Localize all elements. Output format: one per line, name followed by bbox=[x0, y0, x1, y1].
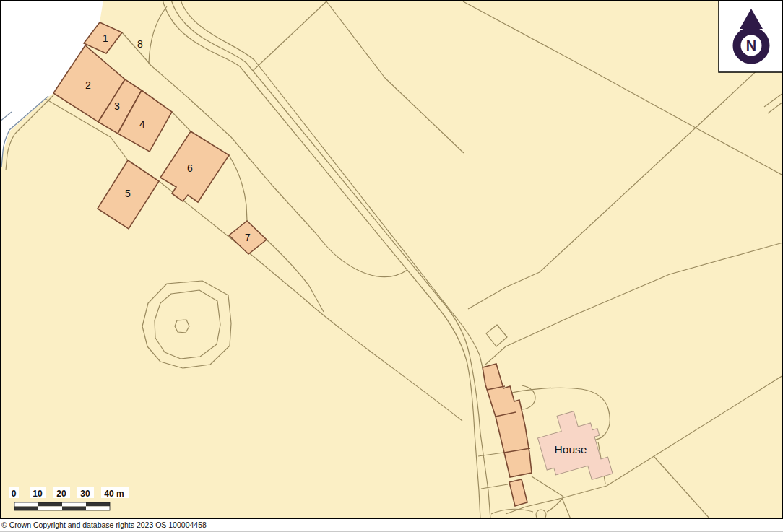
north-letter: N bbox=[746, 38, 756, 53]
plot-number-label: 8 bbox=[137, 38, 143, 50]
map-wrap: 1 2 3 4 5 6 7 8 House N bbox=[0, 0, 783, 519]
plot-number-label: 7 bbox=[245, 232, 251, 243]
scale-tick-label: 10 bbox=[33, 489, 43, 499]
plot-number-label: 2 bbox=[85, 79, 91, 91]
plot-number-label: 6 bbox=[187, 162, 193, 174]
scale-bar-segments bbox=[14, 502, 110, 510]
plot-number-label: 5 bbox=[125, 188, 131, 199]
scale-tick-label: 40 m bbox=[104, 489, 124, 499]
plot-number-label: 3 bbox=[114, 100, 120, 112]
well-circle bbox=[536, 510, 546, 519]
house-label: House bbox=[555, 443, 587, 455]
plot-number-label: 1 bbox=[103, 32, 108, 44]
scale-tick-label: 30 bbox=[80, 489, 90, 499]
scale-tick-label: 0 bbox=[12, 489, 17, 499]
footer: © Crown Copyright and database rights 20… bbox=[0, 519, 783, 532]
page: 1 2 3 4 5 6 7 8 House N bbox=[0, 0, 783, 532]
copyright-text: © Crown Copyright and database rights 20… bbox=[0, 519, 783, 529]
scale-tick-label: 20 bbox=[56, 489, 66, 499]
plot-number-label: 4 bbox=[139, 118, 145, 130]
map-canvas: 1 2 3 4 5 6 7 8 House N bbox=[0, 0, 783, 519]
north-indicator-box: N bbox=[719, 0, 783, 72]
